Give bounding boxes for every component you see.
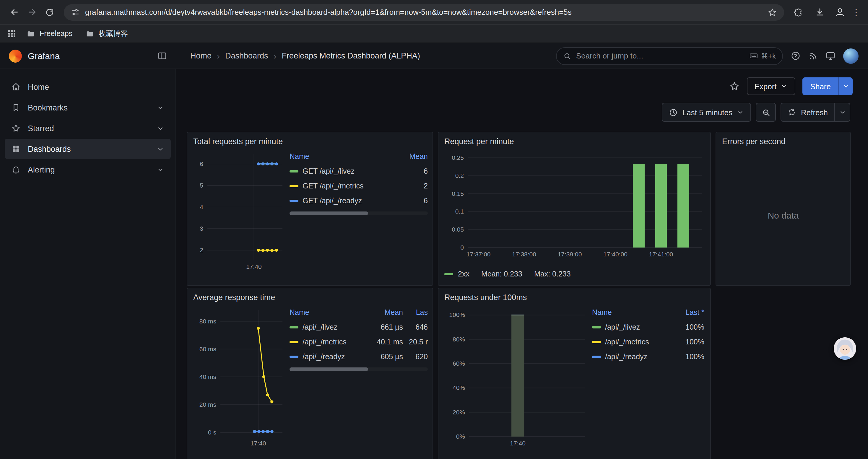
- favorite-star-icon[interactable]: [729, 81, 740, 92]
- refresh-icon: [788, 108, 796, 117]
- legend-row[interactable]: 2xx Mean: 0.233 Max: 0.233: [444, 268, 704, 281]
- refresh-button[interactable]: Refresh: [781, 103, 835, 122]
- back-button[interactable]: [6, 4, 23, 21]
- breadcrumb-dashboards[interactable]: Dashboards: [225, 52, 268, 60]
- legend-row[interactable]: GET /api/_/livez 6: [289, 164, 428, 178]
- search-box[interactable]: ⌘+k: [556, 47, 783, 65]
- series-last: 620: [403, 352, 428, 361]
- url-text[interactable]: grafana.mathmast.com/d/deytv4rwavabkb/fr…: [85, 8, 762, 17]
- svg-text:0.2: 0.2: [455, 172, 464, 179]
- bookmark-star-icon[interactable]: [768, 7, 777, 17]
- news-rss-icon[interactable]: [808, 51, 818, 61]
- reload-button[interactable]: [41, 4, 58, 21]
- panel-title[interactable]: Errors per second: [722, 137, 844, 146]
- legend-header-last[interactable]: Las: [403, 308, 428, 317]
- legend-header-mean[interactable]: Mean: [369, 308, 403, 317]
- panel-title[interactable]: Request per minute: [444, 137, 704, 146]
- legend-row[interactable]: /api/_/readyz 100%: [592, 349, 704, 364]
- chevron-down-icon[interactable]: [157, 145, 164, 153]
- legend-row[interactable]: /api/_/metrics 100%: [592, 334, 704, 349]
- panel-title[interactable]: Total requests per minute: [193, 137, 427, 146]
- series-name: /api/_/livez: [605, 323, 640, 331]
- extensions-icon[interactable]: [790, 4, 807, 21]
- chevron-down-icon: [737, 109, 744, 116]
- downloads-icon[interactable]: [811, 4, 828, 21]
- screen: grafana.mathmast.com/d/deytv4rwavabkb/fr…: [0, 0, 868, 459]
- scrollbar-thumb[interactable]: [289, 367, 368, 371]
- floating-avatar[interactable]: [834, 337, 856, 360]
- series-last: 100%: [674, 338, 704, 346]
- series-swatch: [592, 340, 601, 343]
- sidebar-item-bookmarks[interactable]: Bookmarks: [5, 97, 171, 118]
- sidebar-item-dashboards[interactable]: Dashboards: [5, 139, 171, 159]
- panel-title[interactable]: Average response time: [193, 293, 427, 302]
- share-menu-button[interactable]: [838, 77, 852, 95]
- refresh-interval-button[interactable]: [835, 103, 850, 122]
- svg-text:17:39:00: 17:39:00: [558, 251, 582, 258]
- chevron-down-icon: [839, 109, 846, 116]
- svg-text:0.15: 0.15: [452, 190, 464, 197]
- breadcrumb: Home › Dashboards › Freeleaps Metrics Da…: [176, 52, 556, 60]
- search-icon: [563, 52, 571, 60]
- avatar-image: [834, 337, 856, 360]
- search-shortcut: ⌘+k: [749, 52, 776, 60]
- series-mean: 40.1 ms: [369, 338, 403, 346]
- svg-text:0.25: 0.25: [452, 154, 464, 161]
- legend-row[interactable]: GET /api/_/readyz 6: [289, 193, 428, 208]
- sidebar-collapse-icon[interactable]: [157, 51, 167, 61]
- legend-header-last[interactable]: Last *: [674, 308, 704, 317]
- refresh-label: Refresh: [801, 108, 828, 117]
- apps-grid-icon[interactable]: [7, 29, 17, 38]
- user-avatar[interactable]: [843, 48, 859, 64]
- bookmark-item[interactable]: Freeleaps: [21, 27, 78, 41]
- panel-total-requests: Total requests per minute 6543217:40 Nam…: [187, 132, 433, 286]
- series-last: 646: [403, 323, 428, 331]
- grafana-logo[interactable]: [9, 49, 22, 62]
- zoom-out-button[interactable]: [756, 103, 776, 122]
- legend-scrollbar[interactable]: [289, 367, 428, 371]
- time-range-picker[interactable]: Last 5 minutes: [662, 103, 751, 122]
- export-button[interactable]: Export: [747, 77, 795, 95]
- chevron-down-icon[interactable]: [157, 166, 164, 173]
- legend-row[interactable]: GET /api/_/metrics 2: [289, 178, 428, 193]
- svg-text:17:40: 17:40: [251, 440, 266, 447]
- series-max: Max: 0.233: [534, 270, 571, 278]
- search-input[interactable]: [576, 52, 745, 60]
- svg-text:3: 3: [200, 225, 203, 232]
- share-button[interactable]: Share: [803, 77, 838, 95]
- sidebar-item-label: Bookmarks: [28, 103, 68, 112]
- chevron-down-icon[interactable]: [157, 124, 164, 132]
- bell-icon: [11, 165, 21, 174]
- browser-menu-icon[interactable]: ⋮: [851, 7, 861, 18]
- sidebar-item-label: Starred: [28, 124, 54, 133]
- browser-actions: ⋮: [790, 4, 862, 21]
- site-info-icon[interactable]: [71, 8, 80, 17]
- legend-row[interactable]: /api/_/readyz 605 µs 620: [289, 349, 428, 364]
- legend-row[interactable]: /api/_/metrics 40.1 ms 20.5 r: [289, 334, 428, 349]
- scrollbar-thumb[interactable]: [289, 211, 368, 215]
- sidebar-item-starred[interactable]: Starred: [5, 118, 171, 138]
- legend-header-name[interactable]: Name: [592, 308, 674, 317]
- kiosk-monitor-icon[interactable]: [826, 51, 836, 61]
- sidebar-item-home[interactable]: Home: [5, 77, 171, 97]
- series-name: GET /api/_/metrics: [303, 182, 364, 190]
- bookmark-item[interactable]: 收藏博客: [80, 27, 133, 41]
- breadcrumb-current: Freeleaps Metrics Dashboard (ALPHA): [282, 52, 420, 60]
- sidebar-item-alerting[interactable]: Alerting: [5, 160, 171, 179]
- svg-text:6: 6: [200, 160, 203, 167]
- legend-header-mean[interactable]: Mean: [397, 153, 428, 161]
- legend-header-name[interactable]: Name: [289, 308, 369, 317]
- legend-row[interactable]: /api/_/livez 661 µs 646: [289, 320, 428, 334]
- breadcrumb-home[interactable]: Home: [190, 52, 212, 60]
- legend-row[interactable]: /api/_/livez 100%: [592, 320, 704, 334]
- legend-scrollbar[interactable]: [289, 211, 428, 215]
- help-icon[interactable]: [790, 51, 801, 61]
- url-bar[interactable]: grafana.mathmast.com/d/deytv4rwavabkb/fr…: [64, 4, 784, 21]
- legend-header-name[interactable]: Name: [289, 153, 397, 161]
- series-name: /api/_/readyz: [303, 352, 345, 361]
- panel-title[interactable]: Requests under 100ms: [444, 293, 704, 302]
- series-mean: 2: [397, 182, 428, 190]
- forward-button[interactable]: [24, 4, 40, 21]
- browser-profile-icon[interactable]: [833, 5, 847, 19]
- chevron-down-icon[interactable]: [157, 104, 164, 111]
